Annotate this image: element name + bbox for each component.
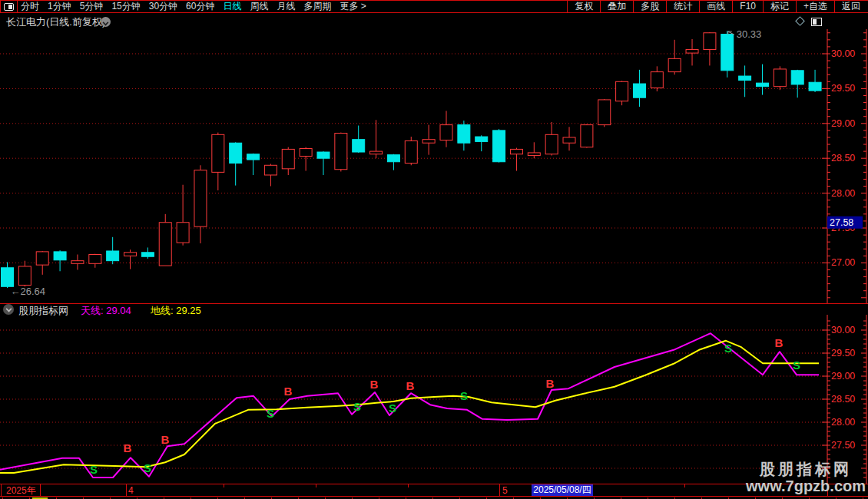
- svg-text:28.50: 28.50: [831, 394, 855, 405]
- week-tick: [408, 484, 409, 487]
- svg-text:27.58: 27.58: [830, 217, 853, 228]
- sell-signal-label: S: [389, 402, 396, 415]
- menu-item-2[interactable]: 多股: [633, 1, 666, 12]
- indicator-header: 股朋指标网 天线: 29.04 地线: 29.25: [0, 305, 868, 315]
- diamond-icon[interactable]: [795, 16, 805, 26]
- period-tab-6[interactable]: 日线: [223, 0, 241, 13]
- buy-signal-label: B: [161, 433, 170, 446]
- svg-text:28.00: 28.00: [831, 188, 855, 199]
- date-divider: [827, 484, 828, 496]
- svg-text:29.00: 29.00: [831, 118, 855, 129]
- low-price-annotation: ←26.64: [11, 286, 46, 297]
- function-menu: 复权叠加多股统计画线F10标记+自选返回: [567, 1, 867, 12]
- week-tick: [316, 484, 316, 487]
- sell-signal-label: S: [793, 359, 800, 372]
- sell-signal-label: S: [144, 461, 151, 474]
- period-tab-9[interactable]: 多周期: [303, 0, 331, 13]
- indicator-chart[interactable]: 30.0029.5029.0028.5028.0027.50BBBBBBBSSS…: [0, 315, 868, 484]
- buy-signal-label: B: [775, 336, 784, 349]
- collapse-circle-icon[interactable]: [3, 304, 14, 315]
- svg-text:28.50: 28.50: [831, 153, 855, 164]
- split-view-icon: [4, 3, 14, 11]
- layout-toggle-icon[interactable]: [0, 1, 18, 12]
- menu-item-6[interactable]: 标记: [763, 1, 796, 12]
- period-tab-4[interactable]: 30分钟: [149, 0, 177, 13]
- date-divider: [126, 484, 127, 496]
- sell-signal-label: S: [267, 407, 274, 420]
- menu-item-5[interactable]: F10: [732, 1, 763, 12]
- period-tab-8[interactable]: 月线: [277, 0, 295, 13]
- svg-text:29.00: 29.00: [831, 371, 855, 382]
- date-divider: [40, 484, 41, 496]
- high-price-annotation: 30.33: [737, 29, 762, 40]
- date-label: 2025年: [6, 485, 36, 496]
- buy-signal-label: B: [406, 379, 415, 392]
- svg-text:30.00: 30.00: [831, 325, 855, 335]
- trading-app-window: 分时1分钟5分钟15分钟30分钟60分钟日线周线月线多周期更多 > 复权叠加多股…: [0, 0, 868, 499]
- svg-text:27.50: 27.50: [831, 440, 855, 451]
- period-tab-2[interactable]: 5分钟: [80, 0, 104, 13]
- period-tab-0[interactable]: 分时: [21, 0, 39, 13]
- menu-item-8[interactable]: 返回: [834, 1, 867, 12]
- period-tab-3[interactable]: 15分钟: [111, 0, 140, 13]
- svg-text:29.50: 29.50: [831, 348, 855, 359]
- sell-signal-label: S: [353, 400, 361, 413]
- menu-item-4[interactable]: 画线: [699, 1, 732, 12]
- date-divider: [1, 484, 2, 496]
- date-label: 5: [502, 485, 508, 496]
- period-tab-5[interactable]: 60分钟: [186, 0, 214, 13]
- buy-signal-label: B: [284, 385, 293, 398]
- buy-signal-label: B: [370, 378, 379, 391]
- period-tab-1[interactable]: 1分钟: [48, 0, 71, 13]
- menu-item-7[interactable]: +自选: [796, 1, 834, 12]
- svg-text:28.00: 28.00: [831, 417, 855, 428]
- period-tab-10[interactable]: 更多 >: [340, 0, 366, 13]
- svg-text:30.00: 30.00: [831, 48, 855, 59]
- buy-signal-label: B: [546, 377, 555, 390]
- period-tab-7[interactable]: 周线: [250, 0, 268, 13]
- chart-title: 长江电力(日线.前复权): [6, 15, 105, 29]
- date-label: 4: [128, 485, 134, 496]
- week-tick: [684, 484, 685, 487]
- date-divider: [499, 484, 500, 496]
- menu-item-3[interactable]: 统计: [666, 1, 699, 12]
- sell-signal-label: S: [90, 463, 98, 476]
- svg-text:29.50: 29.50: [831, 83, 855, 94]
- candles-layer: [2, 31, 822, 288]
- split-square-icon[interactable]: [811, 18, 822, 26]
- sell-signal-label: S: [724, 342, 732, 355]
- indicator-line-sky: [0, 333, 819, 478]
- menu-item-0[interactable]: 复权: [567, 1, 600, 12]
- selected-date-cell: 2025/05/08/四: [532, 484, 593, 496]
- chevron-down-circle-icon[interactable]: [101, 17, 111, 27]
- week-tick: [224, 484, 224, 487]
- buy-signal-label: B: [124, 441, 132, 454]
- candlestick-chart[interactable]: 30.0029.5029.0028.5028.0027.5027.00←26.6…: [0, 29, 868, 303]
- sell-signal-label: S: [460, 389, 468, 402]
- date-axis[interactable]: 2025年452025/05/08/四: [0, 484, 868, 497]
- svg-text:27.00: 27.00: [831, 257, 855, 268]
- period-tabs: 分时1分钟5分钟15分钟30分钟60分钟日线周线月线多周期更多 >: [21, 1, 375, 12]
- week-tick: [777, 484, 777, 487]
- chart-titlebar: 长江电力(日线.前复权): [0, 13, 868, 29]
- menu-item-1[interactable]: 叠加: [600, 1, 633, 12]
- period-toolbar: 分时1分钟5分钟15分钟30分钟60分钟日线周线月线多周期更多 > 复权叠加多股…: [0, 0, 868, 13]
